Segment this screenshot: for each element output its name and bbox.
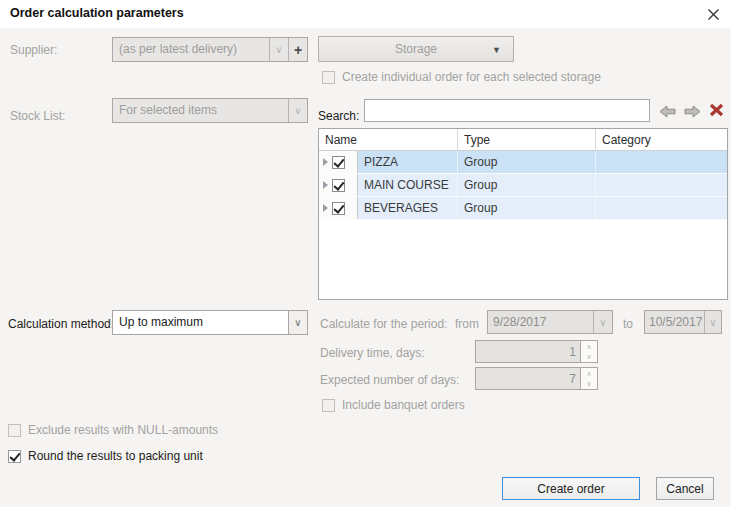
- spin-up-icon[interactable]: ∧: [581, 341, 597, 352]
- date-from-value: 9/28/2017: [488, 311, 593, 333]
- chevron-down-icon[interactable]: ∨: [288, 311, 307, 334]
- period-to-label: to: [623, 317, 633, 331]
- column-header-category[interactable]: Category: [596, 129, 727, 150]
- create-order-label: Create order: [537, 482, 604, 496]
- row-checkbox[interactable]: [332, 156, 345, 169]
- spin-down-icon[interactable]: ∨: [581, 352, 597, 363]
- delivery-time-spinner[interactable]: 1 ∧ ∨: [475, 340, 598, 363]
- row-type-label: Group: [457, 151, 595, 173]
- expected-days-label: Expected number of days:: [320, 373, 459, 387]
- expected-days-value: 7: [476, 368, 580, 389]
- search-label: Search:: [318, 109, 359, 123]
- chevron-down-icon[interactable]: ∨: [704, 311, 721, 333]
- row-name-label: BEVERAGES: [358, 197, 457, 219]
- exclude-null-checkbox[interactable]: Exclude results with NULL-amounts: [8, 423, 218, 437]
- search-next-arrow-icon[interactable]: [683, 103, 701, 119]
- row-type-label: Group: [457, 197, 595, 219]
- items-table: Name Type Category PIZZA Group MAIN COUR…: [318, 128, 728, 300]
- storage-button-label: Storage: [395, 42, 437, 56]
- row-name-label: MAIN COURSE: [358, 174, 457, 196]
- row-indent: [319, 197, 358, 219]
- close-button[interactable]: [703, 4, 723, 24]
- add-supplier-button[interactable]: +: [288, 38, 307, 61]
- round-results-label: Round the results to packing unit: [28, 449, 203, 463]
- cancel-label: Cancel: [666, 482, 703, 496]
- calculation-method-label: Calculation method:: [8, 317, 114, 331]
- row-category-label: [595, 197, 727, 219]
- row-indent: [319, 151, 358, 173]
- expand-arrow-icon[interactable]: [323, 181, 328, 189]
- close-icon: [707, 8, 720, 21]
- stock-list-value: For selected items: [113, 99, 288, 122]
- calculation-method-combobox[interactable]: Up to maximum ∨: [112, 310, 308, 335]
- order-calculation-dialog: Order calculation parameters Supplier: (…: [0, 0, 731, 507]
- chevron-down-icon[interactable]: ∨: [288, 99, 307, 122]
- titlebar: Order calculation parameters: [0, 0, 731, 28]
- individual-order-label: Create individual order for each selecte…: [342, 70, 601, 84]
- stock-list-label: Stock List:: [10, 109, 65, 123]
- delivery-time-value: 1: [476, 341, 580, 362]
- table-row[interactable]: PIZZA Group: [319, 151, 727, 174]
- spin-buttons: ∧ ∨: [580, 341, 597, 362]
- expected-days-spinner[interactable]: 7 ∧ ∨: [475, 367, 598, 390]
- search-previous-arrow-icon[interactable]: [658, 103, 676, 119]
- expand-arrow-icon[interactable]: [323, 204, 328, 212]
- spin-buttons: ∧ ∨: [580, 368, 597, 389]
- dialog-title: Order calculation parameters: [10, 6, 184, 20]
- checkbox-box[interactable]: [8, 424, 21, 437]
- clear-search-icon[interactable]: [707, 102, 725, 118]
- period-from-label: from: [455, 317, 479, 331]
- delivery-time-label: Delivery time, days:: [320, 346, 425, 360]
- supplier-label: Supplier:: [10, 43, 57, 57]
- chevron-down-icon[interactable]: ∨: [269, 38, 288, 61]
- dropdown-arrow-icon: ▼: [492, 45, 501, 55]
- dialog-body: Supplier: (as per latest delivery) ∨ + S…: [0, 28, 731, 507]
- row-category-label: [595, 174, 727, 196]
- search-input[interactable]: [364, 99, 650, 122]
- column-header-type[interactable]: Type: [458, 129, 596, 150]
- date-to-value: 10/5/2017: [645, 311, 704, 333]
- period-label: Calculate for the period:: [320, 317, 447, 331]
- include-banquet-checkbox[interactable]: Include banquet orders: [322, 398, 465, 412]
- storage-dropdown-button[interactable]: Storage ▼: [318, 36, 514, 62]
- row-checkbox[interactable]: [332, 202, 345, 215]
- chevron-down-icon[interactable]: ∨: [593, 311, 612, 333]
- table-row[interactable]: BEVERAGES Group: [319, 197, 727, 220]
- exclude-null-label: Exclude results with NULL-amounts: [28, 423, 218, 437]
- supplier-value: (as per latest delivery): [113, 38, 269, 61]
- calculation-method-value: Up to maximum: [113, 311, 288, 334]
- stock-list-combobox[interactable]: For selected items ∨: [112, 98, 308, 123]
- checkbox-box[interactable]: [322, 399, 335, 412]
- date-from-field[interactable]: 9/28/2017 ∨: [487, 310, 613, 334]
- expand-arrow-icon[interactable]: [323, 158, 328, 166]
- round-results-checkbox[interactable]: Round the results to packing unit: [8, 449, 203, 463]
- checkbox-box[interactable]: [8, 450, 21, 463]
- table-body: PIZZA Group MAIN COURSE Group BEVERAGES …: [319, 151, 727, 220]
- row-name-label: PIZZA: [358, 151, 457, 173]
- create-order-button[interactable]: Create order: [502, 477, 640, 500]
- include-banquet-label: Include banquet orders: [342, 398, 465, 412]
- table-header: Name Type Category: [319, 129, 727, 151]
- date-to-field[interactable]: 10/5/2017 ∨: [644, 310, 722, 334]
- spin-down-icon[interactable]: ∨: [581, 379, 597, 390]
- row-type-label: Group: [457, 174, 595, 196]
- column-header-name[interactable]: Name: [319, 129, 458, 150]
- individual-order-checkbox[interactable]: Create individual order for each selecte…: [322, 70, 601, 84]
- table-row[interactable]: MAIN COURSE Group: [319, 174, 727, 197]
- row-checkbox[interactable]: [332, 179, 345, 192]
- spin-up-icon[interactable]: ∧: [581, 368, 597, 379]
- checkbox-box[interactable]: [322, 71, 335, 84]
- row-category-label: [595, 151, 727, 173]
- cancel-button[interactable]: Cancel: [656, 477, 714, 500]
- row-indent: [319, 174, 358, 196]
- supplier-combobox[interactable]: (as per latest delivery) ∨ +: [112, 37, 308, 62]
